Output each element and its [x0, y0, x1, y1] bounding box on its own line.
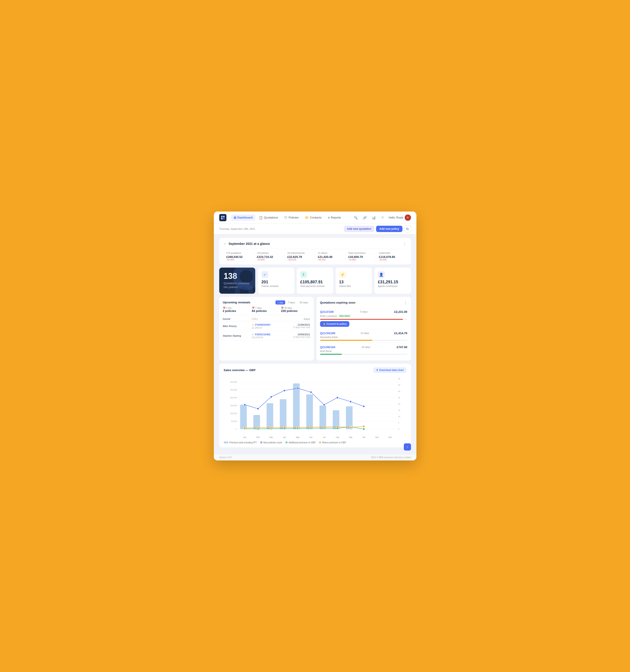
nav-reports[interactable]: ≡ Reports [325, 214, 344, 221]
policy-link[interactable]: P20/01/10482 [255, 333, 270, 336]
nav-items: ⊞ Dashboard 📋 Quotations 🛡 Policies 📁 Co… [231, 214, 353, 221]
day-tab-2[interactable]: 30 days [298, 301, 310, 305]
svg-rect-22 [293, 383, 299, 429]
svg-point-59 [244, 427, 246, 429]
renewals-title: Upcoming renewals [223, 301, 250, 304]
add-policy-button[interactable]: Add new policy [376, 226, 402, 232]
nav-reports-label: Reports [331, 216, 341, 219]
content: ← September 2021 at a glance ⋮ 178 quota… [214, 234, 416, 454]
stat-value: £268,545.52 [226, 255, 251, 259]
nav-dashboard-label: Dashboard [238, 216, 253, 219]
expiry-info: 24/09/2021 8 days from now [281, 333, 310, 338]
legend-dot [286, 441, 287, 443]
nav-quotations[interactable]: 📋 Quotations [256, 214, 281, 221]
quotation-id[interactable]: Q21/08/194 [320, 345, 335, 349]
stat-label: 13 claims [318, 252, 343, 254]
refresh-button[interactable]: ↻ [404, 225, 411, 232]
main-dashboard-card: ⊞ Dashboard 📋 Quotations 🛡 Policies 📁 Co… [214, 212, 416, 460]
stat-value: £116,078.80 [379, 255, 404, 259]
add-quotation-button[interactable]: Add new quotation [344, 226, 374, 232]
svg-point-60 [257, 427, 259, 429]
nav-dashboard[interactable]: ⊞ Dashboard [231, 214, 256, 221]
search-button[interactable]: 🔍 [353, 214, 359, 221]
svg-text:Feb: Feb [256, 436, 260, 438]
svg-point-68 [363, 425, 365, 427]
policy-count-period: 📅 7 days [252, 307, 281, 309]
quotation-id[interactable]: Q21/2/189 [320, 310, 334, 313]
stat-item: 13 claims £21,420.46 ↓69.13% [315, 252, 346, 261]
svg-point-39 [244, 404, 246, 406]
expiry-date: 24/09/2021 [281, 333, 310, 336]
download-chart-label: Download data chart [379, 369, 404, 371]
expiry-sub: 8 days from now [281, 336, 310, 338]
svg-text:Dec: Dec [388, 436, 392, 438]
legend-label: New policies count [263, 441, 282, 444]
stat-change: ↓163.12% [287, 259, 312, 261]
convert-to-policy-button[interactable]: 🔒 Convert to policy [320, 321, 349, 327]
policy-amount: £12,034.00 [252, 336, 263, 339]
quotation-items: Q21/2/189 5 days £2,231.00 Keith Loveduc… [320, 308, 407, 357]
stat-label: 119 policies [257, 252, 282, 254]
metric-card-label: Policies renewed [262, 285, 291, 287]
svg-point-61 [270, 427, 272, 429]
policy-info: ⚠P19/56/54367 £1,289.00 [252, 323, 281, 329]
metric-card-icon: ✓ [262, 271, 268, 278]
date-label: Thursday, September 18th, 2021 [219, 227, 255, 230]
back-arrow-icon[interactable]: ← [224, 242, 227, 245]
col-policy-header: Policy [252, 318, 281, 320]
new-client-badge: New client [338, 314, 351, 317]
legend-color [224, 441, 228, 443]
nav-policies-label: Policies [289, 216, 299, 219]
version-label: Version 3.10 [219, 456, 232, 459]
action-buttons: Add new quotation Add new policy ↻ [344, 225, 411, 232]
legend-dot [261, 441, 262, 443]
stat-change: ↓62.35% [226, 259, 251, 261]
quotation-top: Q21/34/189 12 days £1,414.70 [320, 332, 407, 335]
svg-point-66 [336, 426, 338, 428]
progress-bar-container [320, 340, 407, 341]
warning-icon: ⚠ [252, 323, 255, 326]
quotations-header: Quotations expiring soon ⋮ [320, 301, 407, 305]
svg-text:15: 15 [398, 409, 400, 411]
quotations-more-icon[interactable]: ⋮ [404, 301, 407, 305]
svg-point-63 [297, 427, 299, 429]
day-tab-0[interactable]: 1 day [275, 301, 285, 305]
legend-item: New policies count [261, 441, 282, 444]
scroll-to-top-button[interactable]: ↑ [404, 443, 411, 451]
download-icon: ⬇ [376, 369, 378, 371]
table-row: Allen Khoury ⚠P19/56/54367 £1,289.00 21/… [223, 321, 310, 331]
flag-icon-button[interactable]: 🏳 [380, 214, 386, 221]
quotation-item: Q21/34/189 12 days £1,414.70 Samantha Re… [320, 329, 407, 343]
download-chart-button[interactable]: ⬇ Download data chart [373, 367, 406, 373]
avatar: R [405, 214, 411, 221]
stat-label: 178 quotations [226, 252, 251, 254]
chart-title: Sales overview — GBP [224, 368, 256, 372]
svg-text:Jan: Jan [243, 436, 246, 438]
svg-text:200,000: 200,000 [230, 397, 237, 399]
svg-rect-2 [221, 218, 223, 219]
glance-more-icon[interactable]: ⋮ [403, 241, 407, 246]
chart-icon-button[interactable]: 📊 [371, 214, 377, 221]
stat-value: £43,600.70 [348, 255, 373, 259]
network-icon-button[interactable]: 🔗 [362, 214, 368, 221]
stat-label: 18 endorsements [287, 252, 312, 254]
table-row: Stephen Starling ✓P20/01/10482 £12,034.0… [223, 331, 310, 341]
quotations-icon: 📋 [259, 216, 263, 219]
svg-rect-20 [266, 403, 273, 429]
nav-contacts-label: Contacts [310, 216, 321, 219]
glance-section: ← September 2021 at a glance ⋮ 178 quota… [219, 238, 411, 264]
nav-policies[interactable]: 🛡 Policies [282, 214, 301, 221]
svg-text:Jul: Jul [323, 436, 325, 438]
svg-text:50,000: 50,000 [231, 420, 237, 423]
policy-count-period: 📅 1 day [223, 307, 252, 309]
svg-text:35: 35 [398, 384, 400, 386]
svg-point-42 [283, 389, 285, 391]
nav-contacts[interactable]: 📁 Contacts [302, 214, 324, 221]
svg-point-64 [310, 426, 312, 428]
quotation-id[interactable]: Q21/34/189 [320, 332, 335, 335]
day-tab-1[interactable]: 7 days [286, 301, 297, 305]
svg-point-44 [310, 391, 312, 393]
svg-point-45 [323, 404, 325, 406]
metric-card-icon: £ [300, 271, 307, 278]
policy-link[interactable]: P19/56/54367 [255, 323, 271, 326]
